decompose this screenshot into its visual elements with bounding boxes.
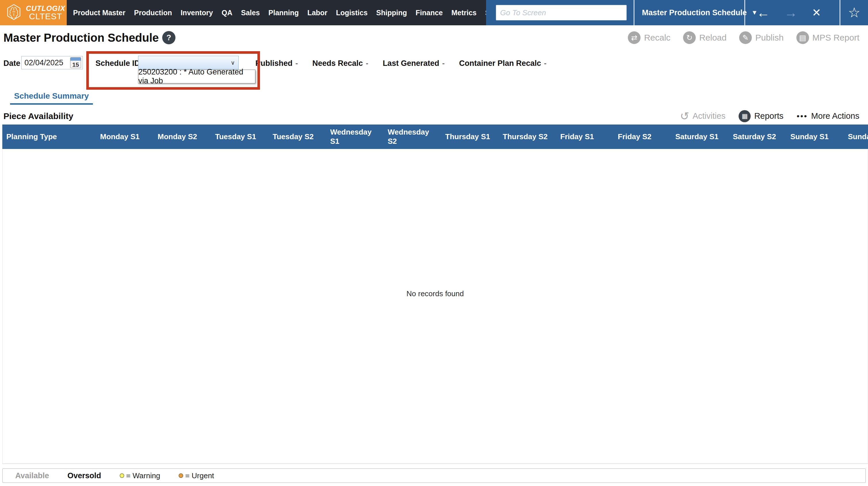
close-icon: ✕ xyxy=(812,7,821,19)
screen-selector-dropdown[interactable]: Master Production Schedule ▼ xyxy=(634,8,737,17)
publish-label: Publish xyxy=(755,33,783,42)
reports-label: Reports xyxy=(754,111,783,121)
publish-button[interactable]: ✎ Publish xyxy=(739,31,783,44)
activities-label: Activities xyxy=(692,111,725,121)
piece-availability-grid: Planning TypeMonday S1Monday S2Tuesday S… xyxy=(2,124,868,464)
status-value: - xyxy=(544,59,547,68)
forward-button[interactable]: → xyxy=(784,6,798,19)
main-menu-item[interactable]: Planning xyxy=(268,9,299,17)
brand-environment: CLTEST xyxy=(29,12,62,21)
main-menu-item[interactable]: Labor xyxy=(307,9,327,17)
main-menu-item[interactable]: Logistics xyxy=(336,9,368,17)
star-icon: ☆ xyxy=(848,5,860,20)
legend-warning-label: = Warning xyxy=(126,471,160,480)
status-field: Published - xyxy=(255,59,298,68)
grid-column-header: Sunday S1 xyxy=(787,124,845,149)
grid-column-header: Monday S1 xyxy=(97,124,155,149)
screen-selector-label: Master Production Schedule xyxy=(642,8,747,17)
reload-label: Reload xyxy=(699,33,726,42)
page-title: Master Production Schedule xyxy=(3,31,159,44)
status-value: - xyxy=(296,59,298,68)
schedule-id-dropdown-option[interactable]: 250203200 : * Auto Generated via Job xyxy=(138,69,255,83)
more-actions-button[interactable]: ••• More Actions xyxy=(797,111,859,121)
reload-icon: ↻ xyxy=(683,31,696,44)
legend-urgent-label: = Urgent xyxy=(185,471,214,480)
main-menu-item[interactable]: Sales xyxy=(241,9,260,17)
brand-name: CUTLOGIX xyxy=(26,5,65,12)
close-screen-button[interactable]: ✕ xyxy=(812,7,821,18)
date-field[interactable]: 02/04/2025 15 xyxy=(21,56,83,69)
chevron-down-icon: ∨ xyxy=(231,59,235,66)
main-menu-item[interactable]: Product Master xyxy=(73,9,125,17)
reload-button[interactable]: ↻ Reload xyxy=(683,31,726,44)
recalc-button[interactable]: ⇄ Recalc xyxy=(628,31,671,44)
status-field: Last Generated - xyxy=(383,59,445,68)
grid-column-header: Thursday S2 xyxy=(500,124,557,149)
excel-report-icon: ▤ xyxy=(796,31,809,44)
status-label: Needs Recalc xyxy=(312,59,363,68)
date-value: 02/04/2025 xyxy=(25,58,63,67)
back-arrow-icon: ← xyxy=(757,5,770,20)
go-to-screen-input[interactable] xyxy=(496,5,627,21)
urgent-dot-icon xyxy=(179,473,183,478)
tab-bar: Schedule Summary xyxy=(0,90,868,108)
section-actions: ↺ Activities ▦ Reports ••• More Actions xyxy=(680,110,859,122)
status-label: Published xyxy=(255,59,292,68)
report-document-icon: ▦ xyxy=(739,110,751,122)
back-button[interactable]: ← xyxy=(757,6,770,19)
top-navigation-bar: CUTLOGIX CLTEST Product MasterProduction… xyxy=(0,0,868,25)
schedule-id-label: Schedule ID xyxy=(95,59,140,68)
recalc-label: Recalc xyxy=(644,33,671,42)
main-menu-item[interactable]: QA xyxy=(221,9,232,17)
grid-column-header: Saturday S2 xyxy=(730,124,787,149)
main-menu-item[interactable]: Inventory xyxy=(181,9,213,17)
status-field: Container Plan Recalc - xyxy=(459,59,547,68)
filter-bar: Date 02/04/2025 15 Schedule ID ∨ 2502032… xyxy=(0,50,868,90)
main-menu-item[interactable]: Shipping xyxy=(376,9,407,17)
grid-column-header: Friday S2 xyxy=(615,124,673,149)
status-field: Needs Recalc - xyxy=(312,59,368,68)
pencil-icon: ✎ xyxy=(739,31,752,44)
schedule-id-select[interactable]: ∨ xyxy=(138,56,239,69)
legend-oversold: Oversold xyxy=(68,471,101,480)
topbar-right-section: Master Production Schedule ▼ ← → ✕ ☆ xyxy=(486,0,868,25)
more-actions-label: More Actions xyxy=(811,111,859,121)
legend-available: Available xyxy=(15,471,49,480)
status-value: - xyxy=(366,59,368,68)
tab-schedule-summary[interactable]: Schedule Summary xyxy=(10,90,93,105)
grid-column-header: Friday S1 xyxy=(557,124,615,149)
status-label: Last Generated xyxy=(383,59,439,68)
empty-state-message: No records found xyxy=(3,289,868,298)
calendar-icon[interactable]: 15 xyxy=(70,57,81,68)
page-actions: ⇄ Recalc ↻ Reload ✎ Publish ▤ MPS Report xyxy=(628,25,859,50)
question-mark-icon: ? xyxy=(166,33,172,42)
grid-column-header: Sunday S2 xyxy=(845,124,868,149)
warning-dot-icon xyxy=(120,473,124,478)
brand-logo[interactable]: CUTLOGIX CLTEST xyxy=(0,0,67,25)
favorite-button[interactable]: ☆ xyxy=(848,6,860,20)
main-menu-item[interactable]: Production xyxy=(134,9,172,17)
activities-button[interactable]: ↺ Activities xyxy=(680,110,725,122)
grid-column-header: Thursday S1 xyxy=(442,124,500,149)
grid-header-row: Planning TypeMonday S1Monday S2Tuesday S… xyxy=(2,124,868,149)
mps-report-button[interactable]: ▤ MPS Report xyxy=(796,31,859,44)
status-label: Container Plan Recalc xyxy=(459,59,541,68)
ellipsis-icon: ••• xyxy=(797,112,808,121)
section-title: Piece Availability xyxy=(3,111,73,121)
history-icon: ↺ xyxy=(680,110,689,122)
section-header: Piece Availability ↺ Activities ▦ Report… xyxy=(0,108,868,124)
legend-warning: = Warning xyxy=(120,471,160,480)
grid-column-header: Wednesday S1 xyxy=(327,124,385,149)
help-button[interactable]: ? xyxy=(162,31,176,44)
main-menu-item[interactable]: Finance xyxy=(415,9,443,17)
grid-column-header: Wednesday S2 xyxy=(385,124,442,149)
page-header: Master Production Schedule ? ⇄ Recalc ↻ … xyxy=(0,25,868,50)
grid-body: No records found xyxy=(2,149,868,464)
grid-column-header: Monday S2 xyxy=(155,124,212,149)
app-window: CUTLOGIX CLTEST Product MasterProduction… xyxy=(0,0,868,486)
status-value: - xyxy=(442,59,445,68)
reports-button[interactable]: ▦ Reports xyxy=(739,110,783,122)
grid-column-header: Tuesday S1 xyxy=(212,124,270,149)
main-menu-item[interactable]: Metrics xyxy=(451,9,476,17)
grid-column-header: Saturday S1 xyxy=(673,124,730,149)
